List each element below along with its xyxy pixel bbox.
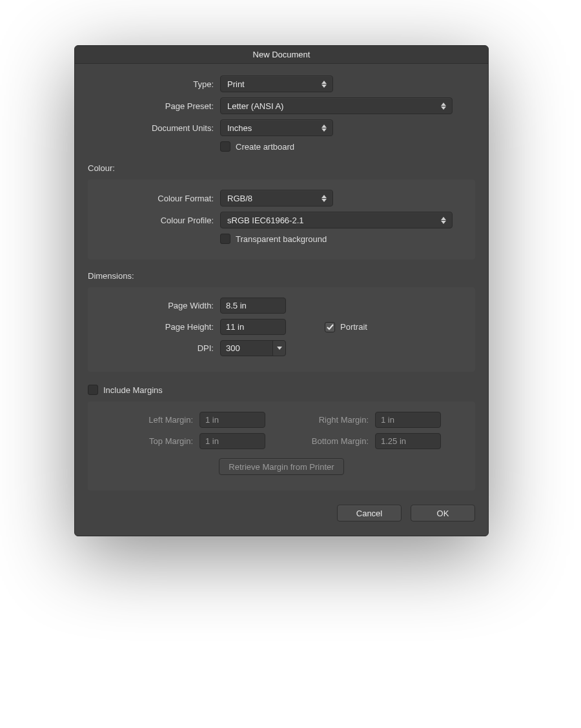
- svg-marker-0: [321, 81, 327, 84]
- left-margin-input: 1 in: [199, 412, 265, 428]
- colour-profile-label: Colour Profile:: [98, 216, 220, 225]
- left-margin-label: Left Margin:: [122, 415, 199, 425]
- include-margins-checkbox[interactable]: Include Margins: [88, 385, 475, 395]
- type-label: Type:: [88, 79, 220, 89]
- page-height-label: Page Height:: [98, 322, 220, 332]
- dpi-value: 300: [226, 343, 240, 353]
- dimensions-heading: Dimensions:: [88, 271, 475, 281]
- updown-icon: [438, 214, 449, 227]
- ok-label: OK: [437, 509, 449, 518]
- margins-panel: Left Margin: 1 in Top Margin: 1 in: [88, 401, 475, 490]
- svg-marker-4: [321, 125, 327, 128]
- checkbox-icon: [220, 141, 230, 152]
- svg-marker-5: [321, 128, 327, 132]
- colour-format-label: Colour Format:: [98, 194, 220, 203]
- svg-marker-6: [321, 195, 327, 198]
- type-value: Print: [227, 79, 245, 89]
- updown-icon: [318, 121, 330, 134]
- checkbox-icon: [88, 385, 98, 395]
- right-margin-label: Right Margin:: [298, 415, 375, 425]
- create-artboard-label: Create artboard: [236, 142, 294, 152]
- include-margins-label: Include Margins: [103, 385, 163, 395]
- colour-profile-value: sRGB IEC61966-2.1: [227, 216, 304, 225]
- svg-marker-9: [441, 221, 446, 224]
- updown-icon: [318, 77, 330, 90]
- bottom-margin-value: 1.25 in: [381, 436, 406, 446]
- colour-heading: Colour:: [88, 163, 475, 173]
- ok-button[interactable]: OK: [411, 505, 475, 521]
- svg-marker-3: [441, 106, 446, 110]
- dpi-dropdown-button[interactable]: [272, 341, 285, 356]
- create-artboard-checkbox[interactable]: Create artboard: [220, 141, 294, 152]
- page-preset-value: Letter (ANSI A): [227, 101, 283, 111]
- colour-format-select[interactable]: RGB/8: [220, 190, 333, 207]
- dpi-input[interactable]: 300: [220, 340, 286, 356]
- colour-format-value: RGB/8: [227, 194, 252, 203]
- dimensions-panel: Page Width: 8.5 in Page Height: 11 in DP…: [88, 287, 475, 372]
- colour-panel: Colour Format: RGB/8 Colour Profile: sRG…: [88, 179, 475, 259]
- bottom-margin-input: 1.25 in: [375, 433, 441, 449]
- updown-icon: [438, 99, 449, 112]
- right-margin-value: 1 in: [381, 415, 394, 425]
- document-units-value: Inches: [227, 123, 252, 133]
- transparent-background-checkbox[interactable]: Transparent background: [220, 234, 327, 244]
- svg-marker-7: [321, 199, 327, 202]
- dpi-label: DPI:: [98, 343, 220, 353]
- top-margin-value: 1 in: [205, 436, 219, 446]
- left-margin-value: 1 in: [205, 415, 219, 425]
- retrieve-margin-button: Retrieve Margin from Printer: [219, 458, 343, 475]
- svg-marker-2: [441, 103, 446, 106]
- portrait-label: Portrait: [340, 322, 367, 332]
- top-margin-input: 1 in: [199, 433, 265, 449]
- top-margin-label: Top Margin:: [122, 436, 199, 446]
- svg-marker-1: [321, 85, 327, 88]
- page-height-input[interactable]: 11 in: [220, 319, 286, 335]
- page-width-label: Page Width:: [98, 301, 220, 310]
- new-document-dialog: New Document Type: Print Page Preset: Le…: [74, 45, 489, 536]
- transparent-background-label: Transparent background: [236, 234, 327, 244]
- svg-marker-10: [277, 347, 282, 350]
- page-height-value: 11 in: [226, 322, 244, 332]
- checkbox-icon: [220, 234, 230, 244]
- checkmark-icon: [327, 324, 334, 330]
- type-select[interactable]: Print: [220, 76, 333, 92]
- document-units-select[interactable]: Inches: [220, 119, 333, 136]
- document-units-label: Document Units:: [88, 123, 220, 133]
- dialog-title: New Document: [75, 46, 488, 64]
- right-margin-input: 1 in: [375, 412, 441, 428]
- page-preset-label: Page Preset:: [88, 101, 220, 111]
- checkbox-icon: [325, 322, 335, 332]
- page-width-value: 8.5 in: [226, 301, 247, 310]
- svg-marker-8: [441, 217, 446, 220]
- cancel-button[interactable]: Cancel: [337, 505, 402, 521]
- chevron-down-icon: [277, 347, 282, 350]
- cancel-label: Cancel: [356, 509, 382, 518]
- portrait-checkbox[interactable]: Portrait: [325, 322, 367, 332]
- page-width-input[interactable]: 8.5 in: [220, 298, 286, 314]
- updown-icon: [318, 192, 330, 205]
- colour-profile-select[interactable]: sRGB IEC61966-2.1: [220, 212, 453, 228]
- page-preset-select[interactable]: Letter (ANSI A): [220, 97, 453, 114]
- retrieve-margin-label: Retrieve Margin from Printer: [229, 462, 334, 472]
- bottom-margin-label: Bottom Margin:: [298, 436, 375, 446]
